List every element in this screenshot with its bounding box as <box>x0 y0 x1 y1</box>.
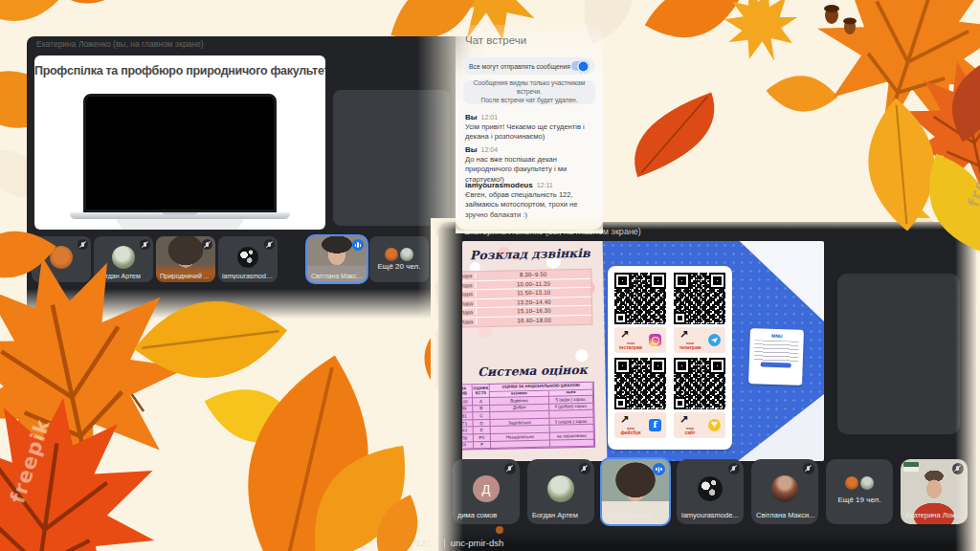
arrow-icon: ↗ <box>679 413 688 426</box>
participant-tile[interactable]: Богдан Артем <box>527 459 594 524</box>
schedule-label: V пара <box>462 309 477 316</box>
more-participants-tile[interactable]: Ещё 19 чел. <box>826 459 893 524</box>
flag-poster <box>903 462 919 472</box>
qr-label-facebook: ↗ нашфейсбук f <box>614 412 666 438</box>
schedule-label: ІІ пара <box>462 282 477 289</box>
avatar-initial: Д <box>473 475 500 502</box>
qr-label-website: ↗ нашсайт <box>674 412 725 438</box>
participant-tile[interactable]: Світлана Макси... <box>751 459 818 524</box>
mini-avatars <box>826 476 893 490</box>
presenter-label: Екатерина Ложенко (вы, на главном экране… <box>36 39 204 49</box>
participant-name: Природничий ... <box>607 511 666 519</box>
mnu-logo-icon <box>708 419 721 431</box>
grades-table: СУМА БАЛІВ ОЦІНКА ECTS ОЦІНКИ ЗА НАЦІОНА… <box>462 382 595 451</box>
schedule-label: І пара <box>462 273 476 279</box>
speaker-icon <box>653 463 665 475</box>
shared-slide: Профспілка та профбюро природничого факу… <box>34 55 325 230</box>
divider <box>444 539 445 548</box>
participant-tile[interactable] <box>32 236 91 282</box>
arrow-icon: ↗ <box>679 328 688 341</box>
chat-permission-row: Все могут отправлять сообщения <box>463 57 595 75</box>
freepik-watermark: freepik <box>963 135 980 209</box>
card-text-lines <box>754 340 799 363</box>
message-author: Вы <box>465 113 478 121</box>
grades-col-sum: СУМА БАЛІВ <box>462 385 473 398</box>
participant-name: Світлана Макси... <box>311 273 364 279</box>
message-author: iamyourasmodeus <box>465 181 533 189</box>
chat-notice: Сообщения видны только участникам встреч… <box>463 80 595 104</box>
mic-off-icon <box>504 463 516 474</box>
chat-notice-line: После встречи чат будет удален. <box>480 97 577 105</box>
message-text: Євген, обрав спеціальність 122, займаюсь… <box>465 190 597 220</box>
chat-message: Вы12:04 До нас вже поспішає декан природ… <box>465 145 597 185</box>
schedule-panel: Розклад дзвінків І пара8.30–9.50 ІІ пара… <box>462 241 607 461</box>
participant-tile[interactable]: Богдан Артем <box>94 236 153 282</box>
participant-tile[interactable]: iamyourasmode... <box>218 236 278 282</box>
meet-window-1: Екатерина Ложенко (вы, на главном экране… <box>27 36 484 321</box>
message-time: 12:11 <box>537 182 553 188</box>
grade-cell <box>550 439 594 448</box>
schedule-time: 10.00–11.20 <box>476 279 590 288</box>
chat-permission-label: Все могут отправлять сообщения <box>469 63 570 70</box>
schedule-time: 8.30–9.50 <box>476 271 590 279</box>
slide-decoration <box>738 394 824 461</box>
edge-fade <box>27 289 484 321</box>
qr-label-instagram: ↗ нашінстаграм <box>614 327 666 353</box>
mic-off-icon <box>579 463 590 474</box>
arrow-icon: ↗ <box>620 328 629 341</box>
participant-tile[interactable]: Д дима сомов <box>453 459 520 524</box>
qr-code-facebook <box>614 358 666 409</box>
schedule-label: ІІІ пара <box>462 291 477 298</box>
grade-cell <box>491 440 550 449</box>
university-card: MNU <box>748 328 804 386</box>
mic-off-icon <box>202 239 212 250</box>
mic-off-icon <box>140 239 150 250</box>
participant-tile-empty[interactable] <box>333 90 450 226</box>
more-count-label: Ещё 19 чел. <box>826 496 893 504</box>
mic-off-icon <box>264 239 275 250</box>
avatar <box>697 475 724 502</box>
schedule-time: 13.20–14.40 <box>477 298 591 306</box>
chat-message: Вы12:01 Усім привіт! Чекаємо ще студенті… <box>465 113 597 143</box>
more-participants-tile[interactable]: Ещё 20 чел. <box>369 236 429 282</box>
laptop-notch <box>163 212 197 215</box>
autumn-collage-canvas: Екатерина Ложенко (вы, на главном экране… <box>0 0 980 551</box>
participant-name: Екатерина Лож... <box>905 511 965 519</box>
qr-codes-card: ↗ нашінстаграм ↗ наштелеграм ↗ нашфейсбу… <box>608 266 732 450</box>
participant-name: Природничий ... <box>160 273 212 279</box>
grades-col-ects: ОЦІНКА ECTS <box>473 385 490 398</box>
qr-label-telegram: ↗ наштелеграм <box>674 327 725 353</box>
slide-decoration <box>732 241 824 321</box>
participant-name: Богдан Артем <box>532 511 591 519</box>
message-author: Вы <box>465 145 478 154</box>
speaker-icon <box>352 239 364 251</box>
schedule-time: 11.50–13.10 <box>477 289 591 298</box>
mic-off-icon <box>728 463 740 474</box>
schedule-label: ІV пара <box>462 300 477 307</box>
message-time: 12:04 <box>481 146 499 153</box>
participant-tile-speaking[interactable]: Світлана Макси... <box>305 234 368 284</box>
mic-off-icon <box>803 463 814 474</box>
participant-tile[interactable]: iamyourasmode... <box>677 459 744 524</box>
chat-message: iamyourasmodeus12:11 Євген, обрав спеціа… <box>465 181 597 220</box>
meet-window-2: Екатерина Ложенко (вы, на главном экране… <box>431 218 980 551</box>
mic-off-icon <box>952 463 964 474</box>
chat-permission-toggle[interactable] <box>571 61 590 71</box>
participant-tile-video[interactable]: Природничий ... <box>156 236 215 282</box>
chat-title: Чат встречи <box>465 34 526 46</box>
avatar <box>112 246 135 269</box>
participant-tile-speaking[interactable]: Природничий ... <box>600 457 671 526</box>
freepik-watermark: freepik <box>6 416 55 506</box>
participant-tile-empty[interactable] <box>837 274 960 434</box>
schedule-time: 15.10–16.30 <box>477 307 591 316</box>
mini-avatars <box>369 248 429 261</box>
schedule-time: 16.40–18.00 <box>477 317 591 325</box>
arrow-icon: ↗ <box>620 413 629 426</box>
avatar <box>236 246 259 269</box>
facebook-icon: f <box>649 419 661 431</box>
qr-code-website <box>674 358 725 409</box>
slide-title: Профспілка та профбюро природничого факу… <box>34 64 325 77</box>
participant-tile-video[interactable]: Екатерина Лож... <box>901 459 968 524</box>
chat-notice-line: Сообщения видны только участникам встреч… <box>463 79 595 97</box>
shared-screen: Розклад дзвінків І пара8.30–9.50 ІІ пара… <box>462 241 824 461</box>
